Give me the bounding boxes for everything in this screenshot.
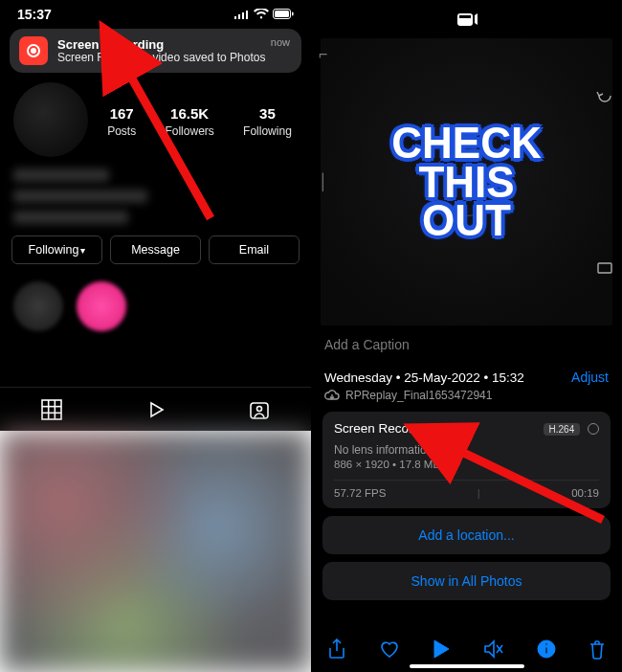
battery-icon <box>273 9 294 19</box>
signal-icon <box>234 10 250 19</box>
cloud-download-icon <box>324 390 340 401</box>
status-bar: 15:37 <box>0 0 311 23</box>
svg-rect-25 <box>545 647 547 654</box>
instagram-profile-screen: 15:37 Screen Recording Screen Recording … <box>0 0 311 431</box>
fps-value: 57.72 FPS <box>334 487 386 499</box>
bio-line <box>13 190 147 203</box>
following-button-label: Following <box>29 243 79 257</box>
left-pane: 15:37 Screen Recording Screen Recording … <box>0 0 311 672</box>
action-buttons: Following▾ Message Email <box>0 232 311 268</box>
crop-handle-icon: │ <box>319 173 328 190</box>
show-all-label: Show in All Photos <box>411 573 522 589</box>
right-pane: ⌐ │ CHECK THIS OUT Add a Caption Wednesd… <box>311 0 622 672</box>
notification-text: Screen Recording Screen Recording video … <box>57 37 292 64</box>
caption-field[interactable]: Add a Caption <box>311 325 622 364</box>
grid-tab-icon[interactable] <box>41 399 62 420</box>
svg-rect-16 <box>459 15 471 18</box>
followers-label: Followers <box>165 124 213 138</box>
following-stat[interactable]: 35 Following <box>243 105 292 139</box>
record-dot-icon <box>588 423 599 435</box>
svg-rect-18 <box>598 263 611 273</box>
svg-marker-12 <box>151 403 163 416</box>
photos-header <box>311 0 622 38</box>
bio <box>0 157 311 232</box>
media-info-card: Screen Recording H.264 No lens informati… <box>322 412 611 508</box>
resolution-size: 886 × 1920 • 17.8 MB <box>334 459 599 470</box>
home-indicator <box>410 664 524 668</box>
crop-handle-icon: ⌐ <box>319 46 327 63</box>
preview-overlay-text: CHECK THIS OUT <box>391 123 541 240</box>
video-preview[interactable]: ⌐ │ CHECK THIS OUT <box>321 38 612 325</box>
following-label: Following <box>243 124 292 138</box>
chevron-down-icon: ▾ <box>80 245 85 256</box>
bio-line <box>13 211 128 224</box>
reels-tab-icon[interactable] <box>144 398 167 421</box>
info-icon[interactable] <box>537 639 556 659</box>
date-line: Wednesday • 25-May-2022 • 15:32 <box>324 370 524 385</box>
svg-point-14 <box>257 406 262 411</box>
mute-icon[interactable] <box>483 639 504 659</box>
svg-rect-0 <box>234 16 236 19</box>
email-button-label: Email <box>239 243 269 257</box>
svg-marker-20 <box>434 640 449 658</box>
add-location-label: Add a location... <box>418 527 514 543</box>
add-location-button[interactable]: Add a location... <box>322 516 611 554</box>
profile-stats: 167 Posts 16.5K Followers 35 Following <box>101 105 298 139</box>
screen-recording-notification[interactable]: Screen Recording Screen Recording video … <box>10 29 301 73</box>
profile-tab-bar <box>0 387 311 431</box>
filename: RPReplay_Final1653472941 <box>345 389 492 402</box>
svg-rect-15 <box>457 13 473 26</box>
adjust-button[interactable]: Adjust <box>571 370 609 385</box>
notification-time: now <box>271 36 290 48</box>
status-time: 15:37 <box>17 7 52 22</box>
show-in-all-photos-button[interactable]: Show in All Photos <box>322 562 611 600</box>
avatar[interactable] <box>13 82 88 157</box>
email-button[interactable]: Email <box>209 235 300 264</box>
metadata: Wednesday • 25-May-2022 • 15:32 Adjust R… <box>311 364 622 402</box>
duration-value: 00:19 <box>571 487 599 499</box>
svg-point-26 <box>545 643 547 645</box>
aspect-icon[interactable] <box>595 258 614 278</box>
notification-title: Screen Recording <box>57 37 292 52</box>
tagged-tab-icon[interactable] <box>249 399 270 420</box>
following-count: 35 <box>243 105 292 122</box>
svg-rect-5 <box>275 11 289 17</box>
lens-info: No lens information <box>334 443 599 457</box>
svg-marker-21 <box>485 641 494 657</box>
caption-placeholder: Add a Caption <box>324 337 410 352</box>
svg-rect-7 <box>42 400 61 419</box>
heart-icon[interactable] <box>379 639 400 659</box>
notification-body: Screen Recording video saved to Photos <box>57 52 292 64</box>
svg-marker-17 <box>475 13 478 25</box>
status-right-icons <box>234 9 294 19</box>
svg-rect-6 <box>292 12 294 16</box>
media-type-label: Screen Recording <box>334 421 437 436</box>
video-badge-icon <box>456 11 478 28</box>
codec-badge: H.264 <box>544 423 581 436</box>
play-icon[interactable] <box>433 639 450 659</box>
highlight-item[interactable] <box>77 281 126 331</box>
message-button[interactable]: Message <box>110 235 201 264</box>
followers-stat[interactable]: 16.5K Followers <box>165 105 213 139</box>
posts-stat[interactable]: 167 Posts <box>107 105 136 139</box>
svg-rect-2 <box>242 12 244 19</box>
blurred-background <box>0 431 311 672</box>
following-button[interactable]: Following▾ <box>11 235 102 264</box>
share-icon[interactable] <box>327 638 346 660</box>
followers-count: 16.5K <box>165 105 213 122</box>
svg-rect-3 <box>246 11 248 19</box>
message-button-label: Message <box>131 243 180 257</box>
bio-line <box>13 168 109 182</box>
flip-icon[interactable] <box>595 86 614 105</box>
svg-rect-1 <box>238 14 240 19</box>
record-icon <box>19 36 48 65</box>
posts-count: 167 <box>107 105 136 122</box>
profile-header: 167 Posts 16.5K Followers 35 Following <box>0 78 311 157</box>
story-highlights <box>0 268 311 345</box>
posts-label: Posts <box>107 124 136 138</box>
wifi-icon <box>254 9 269 19</box>
trash-icon[interactable] <box>589 639 606 660</box>
highlight-item[interactable] <box>13 281 63 331</box>
